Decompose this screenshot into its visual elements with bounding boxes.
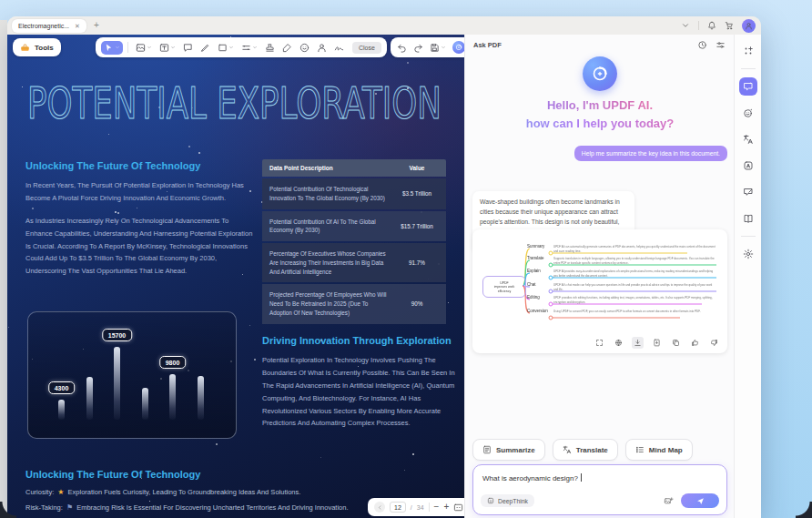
deepthink-toggle[interactable]: DeepThink xyxy=(481,494,534,507)
close-tab-icon[interactable]: ✕ xyxy=(75,23,80,29)
text-tool-button[interactable] xyxy=(157,41,178,55)
toolbox-icon xyxy=(20,43,30,53)
apps-grid-button[interactable] xyxy=(739,42,757,60)
thumbs-down-button[interactable] xyxy=(708,337,720,349)
ask-pdf-title: Ask PDF xyxy=(473,41,502,49)
tools-button[interactable]: Tools xyxy=(13,38,61,56)
document-viewer[interactable]: Tools Close POTENTIAL EXPLORATION Unlock… xyxy=(7,35,464,518)
zoom-out-button[interactable]: − xyxy=(434,503,440,512)
history-toolbar xyxy=(391,37,464,57)
mind-map-button[interactable]: Mind Map xyxy=(625,439,693,461)
sticker-tool-button[interactable] xyxy=(297,41,312,55)
chevron-left-icon xyxy=(377,504,383,511)
chart-bar xyxy=(114,347,120,420)
download-button[interactable] xyxy=(632,337,644,349)
mindmap-root-node: UPDF improves work efficiency xyxy=(482,276,526,298)
redo-button[interactable] xyxy=(413,43,423,53)
chart-bar xyxy=(142,388,148,420)
bell-icon[interactable] xyxy=(707,21,716,30)
history-icon[interactable] xyxy=(697,40,707,50)
section-future-of-technology: Unlocking The Future Of Technology In Re… xyxy=(25,160,255,288)
ai-chat-button[interactable] xyxy=(739,77,757,96)
send-icon xyxy=(696,497,705,505)
greeting-line-1: Hello, I'm UPDF AI. xyxy=(465,98,735,112)
chat-input-value[interactable]: What is aerodynamic design? xyxy=(482,473,582,482)
greeting-line-2: how can I help you today? xyxy=(465,117,735,130)
ai-translate-button[interactable] xyxy=(739,130,757,148)
settings-gear-icon xyxy=(743,249,754,259)
ai-swirl-icon xyxy=(454,43,463,52)
chart-bar xyxy=(169,374,176,420)
fit-screen-icon[interactable] xyxy=(453,503,463,513)
divider xyxy=(741,236,756,237)
reader-book-button[interactable] xyxy=(739,209,757,228)
ai-assistant-button[interactable] xyxy=(452,41,464,54)
pencil-tool-button[interactable] xyxy=(279,41,295,55)
zoom-in-button[interactable]: + xyxy=(443,503,449,512)
cart-icon[interactable] xyxy=(725,21,734,30)
screenshot-tool-button[interactable] xyxy=(133,41,155,55)
image-add-icon[interactable] xyxy=(664,496,674,506)
export-button[interactable] xyxy=(651,337,663,349)
close-toolbar-button[interactable]: Close xyxy=(352,42,381,54)
bar-chart: 4300157009800 xyxy=(27,311,237,439)
thumbs-up-button[interactable] xyxy=(689,337,701,349)
document-tab[interactable]: Electromagnetic... ✕ xyxy=(12,19,86,33)
user-avatar[interactable] xyxy=(742,19,756,33)
translate-icon xyxy=(563,445,572,454)
comment-tool-button[interactable] xyxy=(180,41,196,55)
stamp-tool-button[interactable] xyxy=(262,41,278,55)
ai-chat-edit-button[interactable] xyxy=(739,183,757,201)
ai-summarize-button[interactable] xyxy=(739,157,757,175)
sliders-icon[interactable] xyxy=(716,40,726,50)
table-header-value: Value xyxy=(395,165,439,171)
paragraph: Potential Exploration In Technology Invo… xyxy=(262,354,462,430)
previous-page-button[interactable] xyxy=(374,502,385,513)
ai-emoji-button[interactable] xyxy=(739,104,757,122)
shape-tool-button[interactable] xyxy=(215,41,237,55)
download-icon xyxy=(634,339,642,347)
translate-button[interactable]: Translate xyxy=(553,439,618,461)
divider xyxy=(429,503,430,512)
table-row: Potential Contribution Of AI To The Glob… xyxy=(262,211,446,242)
annotation-toolbar: Close xyxy=(96,37,387,57)
table-row: Percentage Of Executives Whose Companies… xyxy=(262,243,446,282)
save-button[interactable] xyxy=(430,43,446,53)
settings-gear-button[interactable] xyxy=(739,245,757,263)
updf-app-window: Electromagnetic... ✕ + Tools Close POTEN… xyxy=(7,16,761,518)
chevron-down-icon[interactable] xyxy=(681,21,690,30)
lines-tool-button[interactable] xyxy=(239,41,260,55)
chat-input[interactable]: What is aerodynamic design? DeepThink xyxy=(472,464,727,515)
contact-tool-button[interactable] xyxy=(314,41,330,55)
lines-tool-icon xyxy=(241,43,251,53)
mindmap-result-card[interactable]: UPDF improves work efficiency SummaryUPD… xyxy=(472,229,727,353)
paragraph: As Industries Increasingly Rely On Techn… xyxy=(25,215,255,278)
person-icon xyxy=(745,22,753,30)
undo-button[interactable] xyxy=(397,43,407,53)
fullscreen-button[interactable] xyxy=(594,337,605,349)
table-cell-description: Potential Contribution Of Technological … xyxy=(269,185,395,203)
current-page-input[interactable]: 12 xyxy=(390,502,406,513)
send-button[interactable] xyxy=(681,493,719,508)
screen-corner xyxy=(0,502,16,518)
summarize-button[interactable]: Summarize xyxy=(472,439,545,461)
paragraph: In Recent Years, The Pursuit Of Potentia… xyxy=(25,179,255,205)
contact-tool-icon xyxy=(317,43,327,53)
highlight-tool-button[interactable] xyxy=(198,41,213,55)
section-heading: Unlocking The Future Of Technology xyxy=(25,160,255,171)
select-cursor-button[interactable] xyxy=(101,41,123,55)
copy-button[interactable] xyxy=(670,337,682,349)
flag-emoji: ⚑ xyxy=(66,503,73,512)
mindmap-branch-label: Editing xyxy=(527,295,556,300)
new-tab-button[interactable]: + xyxy=(94,21,99,30)
user-message-bubble: Help me summarize the key idea in this d… xyxy=(574,146,727,161)
signature-tool-button[interactable] xyxy=(331,41,347,55)
table-cell-description: Potential Contribution Of AI To The Glob… xyxy=(269,218,395,236)
titlebar-icons xyxy=(681,16,756,35)
globe-button[interactable] xyxy=(613,337,624,349)
quick-action-label: Summarize xyxy=(496,446,535,454)
quick-actions: SummarizeTranslateMind Map xyxy=(472,439,693,461)
section-heading: Unlocking The Future Of Technology xyxy=(25,469,453,480)
section-heading: Driving Innovation Through Exploration xyxy=(262,335,462,346)
table-cell-description: Projected Percentage Of Employees Who Wi… xyxy=(269,290,395,317)
